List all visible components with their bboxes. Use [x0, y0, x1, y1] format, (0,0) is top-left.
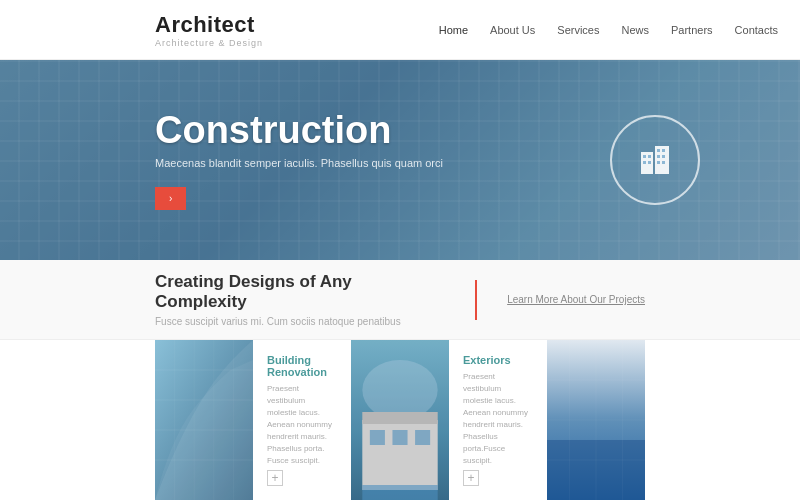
svg-rect-2: [643, 155, 646, 158]
main-nav: HomeAbout UsServicesNewsPartnersContacts: [437, 20, 780, 40]
hero-content: Construction Maecenas blandit semper iac…: [0, 110, 610, 211]
middle-projects-link[interactable]: Learn More About Our Projects: [507, 294, 645, 305]
svg-rect-7: [662, 149, 665, 152]
card2-plus-button[interactable]: +: [267, 470, 283, 486]
cards-section: Building Renovation Praesent vestibulum …: [0, 340, 800, 500]
card2-text-area: Building Renovation Praesent vestibulum …: [253, 340, 351, 500]
glass-facade-svg: [155, 340, 253, 500]
card4-body: Praesent vestibulum molestie lacus. Aene…: [463, 371, 533, 467]
svg-rect-3: [648, 155, 651, 158]
nav-item-home[interactable]: Home: [437, 20, 470, 40]
nav-item-about-us[interactable]: About Us: [488, 20, 537, 40]
svg-rect-9: [662, 155, 665, 158]
hero-button[interactable]: ›: [155, 187, 186, 210]
card-2-renovation: Building Renovation Praesent vestibulum …: [253, 340, 351, 500]
logo-title: Architect: [155, 12, 263, 38]
nav-item-partners[interactable]: Partners: [669, 20, 715, 40]
nav-item-contacts[interactable]: Contacts: [733, 20, 780, 40]
svg-rect-5: [648, 161, 651, 164]
middle-divider: [475, 280, 477, 320]
card-5-image: [547, 340, 645, 500]
card4-heading: Exteriors: [463, 354, 533, 366]
card-3-image: [351, 340, 449, 500]
nav-item-services[interactable]: Services: [555, 20, 601, 40]
middle-left: Creating Designs of Any Complexity Fusce…: [155, 272, 445, 327]
card1-background: [155, 340, 253, 500]
hero-section: Construction Maecenas blandit semper iac…: [0, 60, 800, 260]
logo-subtitle: Architecture & Design: [155, 38, 263, 48]
logo-area: Architect Architecture & Design: [155, 12, 263, 48]
building-icon-circle: [610, 115, 700, 205]
card2-heading: Building Renovation: [267, 354, 337, 378]
header: Architect Architecture & Design HomeAbou…: [0, 0, 800, 60]
hero-icon-area: [610, 115, 800, 205]
svg-rect-4: [643, 161, 646, 164]
middle-heading: Creating Designs of Any Complexity: [155, 272, 445, 312]
svg-rect-29: [351, 340, 449, 500]
card-1-image: [155, 340, 253, 500]
nav-item-news[interactable]: News: [619, 20, 651, 40]
card4-text-area: Exteriors Praesent vestibulum molestie l…: [449, 340, 547, 500]
svg-rect-6: [657, 149, 660, 152]
card4-plus-button[interactable]: +: [463, 470, 479, 486]
hero-subtitle: Maecenas blandit semper iaculis. Phasell…: [155, 157, 610, 169]
card2-body: Praesent vestibulum molestie lacus. Aene…: [267, 383, 337, 467]
hero-title: Construction: [155, 110, 610, 152]
svg-rect-8: [657, 155, 660, 158]
house-svg-icon: [351, 340, 449, 500]
card-4-exteriors: Exteriors Praesent vestibulum molestie l…: [449, 340, 547, 500]
middle-section: Creating Designs of Any Complexity Fusce…: [0, 260, 800, 340]
building-svg-icon: [633, 138, 677, 182]
svg-rect-10: [657, 161, 660, 164]
middle-subtext: Fusce suscipit varius mi. Cum sociis nat…: [155, 316, 445, 327]
svg-rect-11: [662, 161, 665, 164]
arrow-icon: ›: [169, 193, 172, 204]
card5-svg: [547, 340, 645, 500]
svg-rect-0: [641, 152, 653, 174]
